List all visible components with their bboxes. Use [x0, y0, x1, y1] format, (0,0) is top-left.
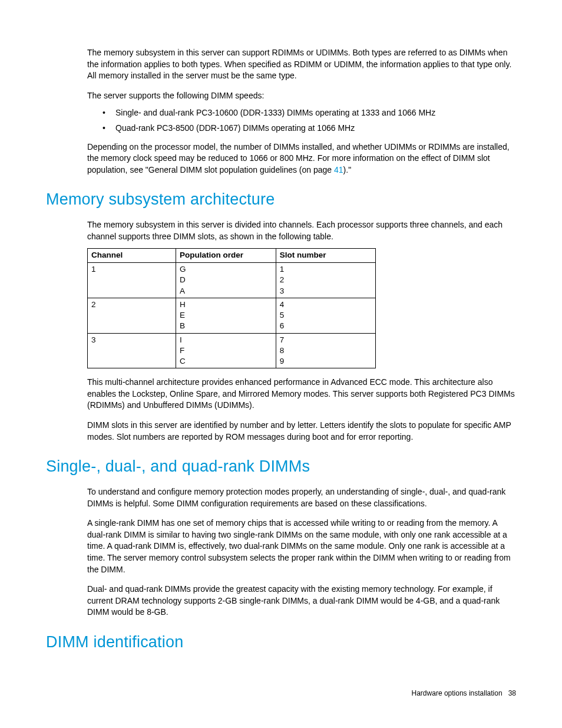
section1-paragraph-1: The memory subsystem in this server is d… [87, 219, 516, 242]
section2-paragraph-1: To understand and configure memory prote… [87, 486, 516, 509]
table-cell: 123 [276, 263, 375, 298]
section1-paragraph-2: This multi-channel architecture provides… [87, 377, 516, 411]
table-cell: 2 [88, 298, 176, 333]
text-run: )." [343, 165, 352, 174]
section2-paragraph-3: Dual- and quad-rank DIMMs provide the gr… [87, 584, 516, 618]
list-item: Single- and dual-rank PC3-10600 (DDR-133… [115, 107, 516, 119]
heading-memory-subsystem-architecture: Memory subsystem architecture [46, 189, 516, 211]
intro-paragraph-1: The memory subsystem in this server can … [87, 47, 516, 82]
table-header: Channel [88, 249, 176, 263]
section1-paragraph-3: DIMM slots in this server are identified… [87, 420, 516, 443]
channel-population-table: Channel Population order Slot number 1 G… [87, 248, 376, 368]
table-header-row: Channel Population order Slot number [88, 249, 376, 263]
table-cell: IFC [176, 333, 276, 368]
list-item: Quad-rank PC3-8500 (DDR-1067) DIMMs oper… [115, 123, 516, 134]
table-cell: HEB [176, 298, 276, 333]
table-cell: 3 [88, 333, 176, 368]
table-row: 2 HEB 456 [88, 298, 376, 333]
table-header: Population order [176, 249, 276, 263]
section2-paragraph-2: A single-rank DIMM has one set of memory… [87, 518, 516, 575]
heading-single-dual-quad-rank-dimms: Single-, dual-, and quad-rank DIMMs [46, 456, 516, 478]
page-footer: Hardware options installation 38 [412, 689, 516, 699]
dimm-speeds-list: Single- and dual-rank PC3-10600 (DDR-133… [87, 107, 516, 134]
table-cell: 1 [88, 263, 176, 298]
heading-dimm-identification: DIMM identification [46, 631, 516, 654]
intro-paragraph-3: Depending on the processor model, the nu… [87, 141, 516, 176]
page-link[interactable]: 41 [334, 165, 343, 174]
footer-page-number: 38 [508, 689, 516, 697]
footer-section: Hardware options installation [412, 689, 503, 697]
table-cell: GDA [176, 263, 276, 298]
table-header: Slot number [276, 249, 375, 263]
text-run: Depending on the processor model, the nu… [87, 142, 510, 174]
table-row: 3 IFC 789 [88, 333, 376, 368]
table-cell: 456 [276, 298, 375, 333]
intro-paragraph-2: The server supports the following DIMM s… [87, 90, 516, 102]
table-row: 1 GDA 123 [88, 263, 376, 298]
table-cell: 789 [276, 333, 375, 368]
